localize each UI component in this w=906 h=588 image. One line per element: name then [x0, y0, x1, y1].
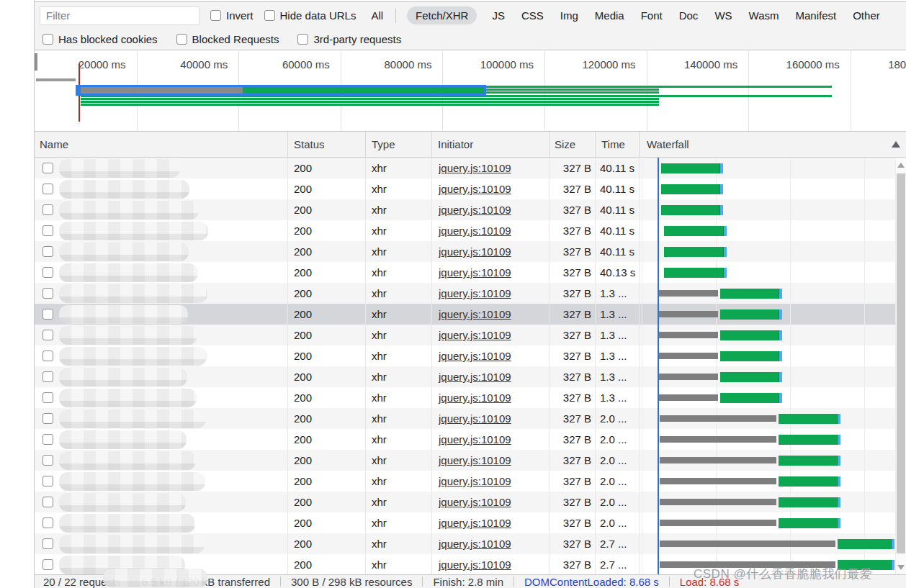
- initiator-link[interactable]: jquery.js:10109: [439, 266, 511, 279]
- table-row[interactable]: 200 xhr jquery.js:10109 327 B 40.11 s: [35, 241, 895, 262]
- filter-type-font[interactable]: Font: [640, 6, 664, 24]
- initiator-link[interactable]: jquery.js:10109: [439, 183, 511, 195]
- initiator-link[interactable]: jquery.js:10109: [439, 225, 511, 237]
- row-checkbox[interactable]: [42, 476, 53, 487]
- column-header-size[interactable]: Size: [550, 132, 596, 157]
- row-checkbox[interactable]: [42, 267, 53, 278]
- invert-checkbox[interactable]: Invert: [210, 9, 254, 22]
- filter-type-manifest[interactable]: Manifest: [794, 6, 838, 24]
- initiator-link[interactable]: jquery.js:10109: [439, 392, 511, 404]
- row-checkbox[interactable]: [42, 204, 53, 215]
- blocked-requests-checkbox[interactable]: Blocked Requests: [176, 33, 279, 45]
- column-header-waterfall[interactable]: Waterfall: [640, 132, 906, 157]
- filter-input[interactable]: [40, 6, 199, 25]
- row-checkbox[interactable]: [42, 246, 53, 257]
- initiator-link[interactable]: jquery.js:10109: [439, 308, 511, 320]
- filter-type-ws[interactable]: WS: [713, 6, 733, 24]
- row-checkbox[interactable]: [42, 350, 53, 361]
- table-row[interactable]: 200 xhr jquery.js:10109 327 B 40.11 s: [35, 199, 895, 220]
- initiator-link[interactable]: jquery.js:10109: [439, 538, 511, 550]
- column-header-time[interactable]: Time: [596, 132, 640, 157]
- hide-data-urls-checkbox[interactable]: Hide data URLs: [264, 9, 356, 22]
- column-header-name[interactable]: Name: [35, 132, 288, 157]
- row-checkbox[interactable]: [42, 517, 53, 528]
- table-row[interactable]: 200 xhr jquery.js:10109 327 B 1.3 ...: [35, 304, 895, 325]
- filter-type-doc[interactable]: Doc: [678, 6, 700, 24]
- filter-type-css[interactable]: CSS: [520, 6, 545, 24]
- row-checkbox[interactable]: [42, 184, 53, 194]
- initiator-link[interactable]: jquery.js:10109: [439, 287, 511, 299]
- vertical-scrollbar[interactable]: [895, 158, 906, 574]
- table-row[interactable]: 200 xhr jquery.js:10109 327 B 40.11 s: [35, 220, 895, 241]
- table-row[interactable]: 200 xhr jquery.js:10109 327 B 2.7 ...: [35, 533, 895, 554]
- row-checkbox[interactable]: [42, 455, 53, 466]
- initiator-link[interactable]: jquery.js:10109: [439, 350, 511, 362]
- table-row[interactable]: 200 xhr jquery.js:10109 327 B 2.0 ...: [35, 512, 895, 533]
- initiator-link[interactable]: jquery.js:10109: [439, 204, 511, 216]
- table-row[interactable]: 200 xhr jquery.js:10109 327 B 1.3 ...: [35, 325, 895, 345]
- initiator-link[interactable]: jquery.js:10109: [439, 496, 511, 508]
- filter-type-img[interactable]: Img: [559, 6, 580, 24]
- scroll-down-icon[interactable]: [897, 565, 905, 570]
- overview-left-handle[interactable]: [35, 53, 37, 71]
- has-blocked-cookies-checkbox[interactable]: Has blocked cookies: [42, 33, 158, 45]
- table-row[interactable]: 200 xhr jquery.js:10109 327 B 2.0 ...: [35, 450, 895, 471]
- initiator-link[interactable]: jquery.js:10109: [439, 371, 511, 383]
- table-row[interactable]: 200 xhr jquery.js:10109 327 B 40.11 s: [35, 158, 895, 178]
- row-checkbox[interactable]: [42, 309, 53, 320]
- checkbox-icon[interactable]: [42, 34, 53, 45]
- filter-type-media[interactable]: Media: [593, 6, 626, 24]
- table-row[interactable]: 200 xhr jquery.js:10109 327 B 2.0 ...: [35, 471, 895, 492]
- row-checkbox[interactable]: [42, 288, 53, 299]
- filter-type-wasm[interactable]: Wasm: [748, 6, 781, 24]
- table-row[interactable]: 200 xhr jquery.js:10109 327 B 1.3 ...: [35, 387, 895, 408]
- column-header-initiator[interactable]: Initiator: [432, 132, 550, 157]
- initiator-link[interactable]: jquery.js:10109: [439, 412, 511, 425]
- initiator-link[interactable]: jquery.js:10109: [439, 433, 511, 445]
- initiator-link[interactable]: jquery.js:10109: [439, 454, 511, 466]
- filter-type-js[interactable]: JS: [490, 6, 506, 24]
- table-row[interactable]: 200 xhr jquery.js:10109 327 B 2.0 ...: [35, 408, 895, 429]
- initiator-link[interactable]: jquery.js:10109: [439, 475, 511, 487]
- checkbox-icon[interactable]: [210, 10, 221, 21]
- row-checkbox[interactable]: [42, 371, 53, 382]
- table-row[interactable]: 200 xhr jquery.js:10109 327 B 1.3 ...: [35, 366, 895, 387]
- initiator-link[interactable]: jquery.js:10109: [439, 517, 511, 529]
- table-row[interactable]: 200 xhr jquery.js:10109 327 B 2.0 ...: [35, 429, 895, 450]
- row-checkbox[interactable]: [42, 392, 53, 403]
- 3rd-party-requests-checkbox[interactable]: 3rd-party requests: [297, 33, 401, 45]
- row-checkbox[interactable]: [42, 330, 53, 340]
- timeline-overview[interactable]: 20000 ms40000 ms60000 ms80000 ms100000 m…: [35, 51, 906, 132]
- name-cell: [35, 220, 288, 241]
- scrollbar-thumb[interactable]: [897, 173, 905, 553]
- scroll-up-icon[interactable]: [897, 163, 905, 168]
- table-row[interactable]: 200 xhr jquery.js:10109 327 B 2.0 ...: [35, 492, 895, 512]
- table-row[interactable]: 200 xhr jquery.js:10109 327 B 1.3 ...: [35, 283, 895, 304]
- filter-type-all[interactable]: All: [369, 6, 385, 24]
- table-row[interactable]: 200 xhr jquery.js:10109 327 B 40.13 s: [35, 262, 895, 283]
- checkbox-icon[interactable]: [264, 10, 275, 21]
- initiator-link[interactable]: jquery.js:10109: [439, 329, 511, 341]
- row-checkbox[interactable]: [42, 434, 53, 445]
- checkbox-icon[interactable]: [176, 34, 187, 45]
- filter-type-other[interactable]: Other: [851, 6, 882, 24]
- status-cell: 200: [288, 471, 366, 492]
- filter-type-fetch-xhr[interactable]: Fetch/XHR: [407, 6, 477, 24]
- row-checkbox[interactable]: [42, 497, 53, 507]
- waterfall-cell: [640, 387, 895, 408]
- row-checkbox[interactable]: [42, 163, 53, 173]
- row-checkbox[interactable]: [42, 559, 53, 570]
- checkbox-icon[interactable]: [297, 34, 308, 45]
- table-row[interactable]: 200 xhr jquery.js:10109 327 B 1.3 ...: [35, 345, 895, 366]
- column-header-type[interactable]: Type: [366, 132, 432, 157]
- sort-ascending-icon[interactable]: [892, 141, 900, 148]
- row-checkbox[interactable]: [42, 538, 53, 549]
- initiator-link[interactable]: jquery.js:10109: [439, 558, 511, 571]
- row-checkbox[interactable]: [42, 413, 53, 424]
- waterfall-download-bar: [664, 226, 724, 236]
- row-checkbox[interactable]: [42, 225, 53, 236]
- initiator-link[interactable]: jquery.js:10109: [439, 162, 511, 174]
- column-header-status[interactable]: Status: [288, 132, 366, 157]
- initiator-link[interactable]: jquery.js:10109: [439, 245, 511, 258]
- table-row[interactable]: 200 xhr jquery.js:10109 327 B 40.11 s: [35, 178, 895, 199]
